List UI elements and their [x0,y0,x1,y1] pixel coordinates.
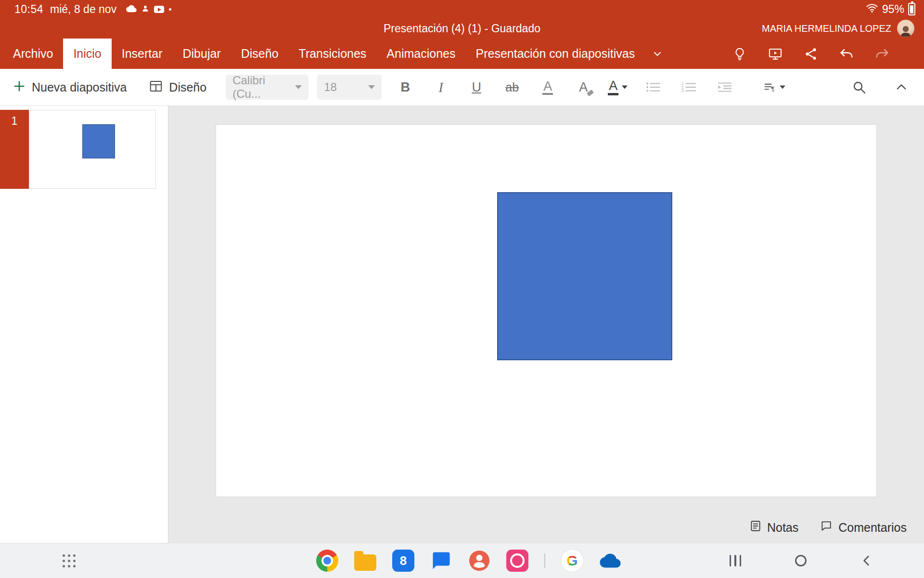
cloud-notification-icon [126,3,137,16]
bold-button[interactable]: B [394,75,416,100]
document-title: Presentación (4) (1) - Guardado [384,22,540,35]
home-icon[interactable] [795,555,807,566]
slide-thumbnail-preview[interactable] [29,110,156,189]
ribbon-chevron-down-icon[interactable] [652,48,663,60]
underline-button[interactable]: U [465,75,488,100]
tab-diseno[interactable]: Diseño [231,39,289,69]
editor-body: 1 Notas [0,106,924,543]
paragraph-group: 123 ¶ [642,75,786,100]
notes-label: Notas [767,521,798,535]
new-slide-button[interactable]: Nueva diapositiva [13,79,127,95]
notification-icons [126,3,171,16]
share-icon[interactable] [803,46,819,62]
wifi-icon [866,3,878,16]
comments-button[interactable]: Comentarios [820,520,907,535]
numbered-list-button[interactable]: 123 [678,75,700,100]
powerpoint-app: 10:54 mié, 8 de nov 95% [0,0,924,578]
thumbnail-shape [82,124,115,158]
tab-insertar[interactable]: Insertar [112,39,173,69]
redo-icon[interactable] [874,46,890,62]
font-size-select[interactable]: 18 [317,75,382,100]
back-icon[interactable] [860,554,873,567]
font-format-group: B I U ab A A A [394,75,628,100]
svg-text:¶: ¶ [771,85,774,92]
tab-archivo[interactable]: Archivo [3,39,63,69]
tab-inicio[interactable]: Inicio [63,39,111,69]
undo-icon[interactable] [838,46,855,62]
onedrive-icon[interactable] [599,550,621,572]
font-name-value: Calibri (Cu... [232,74,295,101]
canvas-footer: Notas Comentarios [749,520,907,535]
chevron-down-icon [780,86,785,89]
new-slide-label: Nueva diapositiva [32,80,127,94]
font-size-value: 18 [324,80,337,94]
indent-button[interactable] [714,75,736,100]
slide-canvas[interactable] [216,124,877,497]
app-drawer-icon[interactable] [63,554,76,567]
design-label: Diseño [169,80,206,94]
italic-button[interactable]: I [430,75,452,100]
status-left: 10:54 mié, 8 de nov [14,3,171,16]
eraser-icon [587,90,594,96]
layout-icon [149,79,163,95]
clear-formatting-button[interactable]: A [572,75,594,100]
blue-rectangle-shape[interactable] [497,192,672,360]
battery-icon [908,3,915,15]
notes-button[interactable]: Notas [749,520,798,535]
search-icon[interactable] [851,79,867,95]
comment-icon [820,520,833,535]
google-icon[interactable]: G [561,550,583,572]
strikethrough-button[interactable]: ab [501,75,523,100]
slide-selection-strip: 1 [0,110,29,189]
chevron-down-icon [368,85,375,89]
app-dock: 8 G [316,550,621,572]
ribbon-tab-bar: Archivo Inicio Insertar Dibujar Diseño T… [0,39,924,69]
app-header: 10:54 mié, 8 de nov 95% [0,0,924,69]
user-avatar[interactable] [897,20,914,37]
editor-canvas[interactable]: Notas Comentarios [168,106,924,543]
design-button[interactable]: Diseño [149,79,206,95]
plus-icon [13,79,26,95]
svg-text:3: 3 [681,88,684,93]
tab-transiciones[interactable]: Transiciones [289,39,377,69]
collapse-ribbon-chevron-up-icon[interactable] [893,79,910,95]
title-row: Presentación (4) (1) - Guardado MARIA HE… [0,18,924,39]
formatting-toolbar: Nueva diapositiva Diseño Calibri (Cu... … [0,69,924,106]
files-folder-icon[interactable] [354,550,376,572]
dock-divider [544,553,545,568]
more-notifications-dot-icon [169,8,171,11]
status-date: mié, 8 de nov [50,3,116,16]
battery-percent-label: 95% [882,3,904,16]
system-navigation [730,554,873,567]
user-name: MARIA HERMELINDA LOPEZ [762,23,891,34]
tab-dibujar[interactable]: Dibujar [173,39,231,69]
slide-thumbnails-panel: 1 [0,106,168,543]
chrome-icon[interactable] [316,550,338,572]
google-g-label: G [566,552,578,569]
chevron-down-icon [295,85,302,89]
present-slideshow-icon[interactable] [767,46,783,62]
calendar-day-label: 8 [400,553,407,568]
bullet-list-button[interactable] [642,75,665,100]
tab-presentacion[interactable]: Presentación con diapositivas [465,39,645,69]
android-status-bar: 10:54 mié, 8 de nov 95% [0,0,924,18]
messages-icon[interactable] [430,550,452,572]
assistant-notification-icon [141,3,149,16]
ribbon-actions [732,39,924,69]
status-right: 95% [866,3,915,16]
camera-icon[interactable] [506,550,528,572]
underline-style-button[interactable]: A [537,75,559,100]
font-name-select[interactable]: Calibri (Cu... [226,75,308,100]
calendar-icon[interactable]: 8 [392,550,414,572]
slide-number: 1 [12,115,18,128]
font-color-button[interactable]: A [608,75,628,100]
account-area[interactable]: MARIA HERMELINDA LOPEZ [762,18,914,39]
notes-icon [749,520,762,535]
contacts-icon[interactable] [468,550,490,572]
tab-animaciones[interactable]: Animaciones [376,39,465,69]
slide-thumbnail-1[interactable]: 1 [0,110,168,189]
paragraph-formatting-button[interactable]: ¶ [764,75,786,100]
chevron-down-icon [622,86,628,89]
recent-apps-icon[interactable] [730,555,742,566]
ideas-lightbulb-icon[interactable] [732,46,748,62]
